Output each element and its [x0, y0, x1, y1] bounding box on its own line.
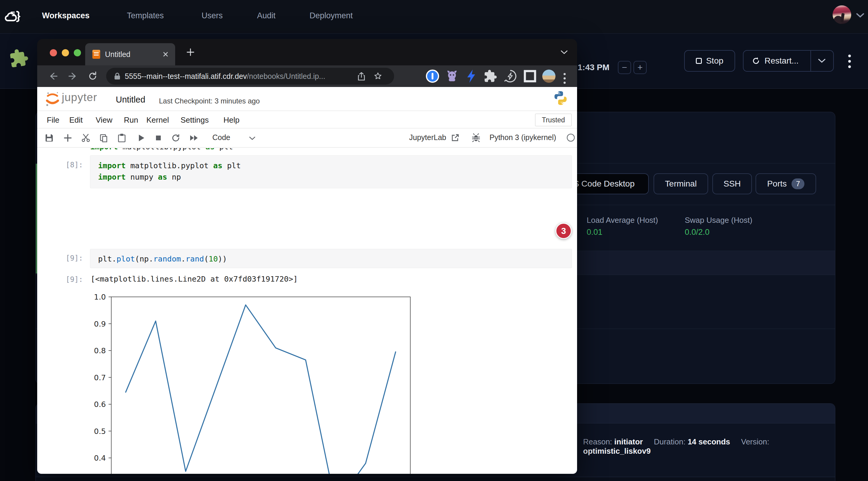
top-navbar: Workspaces Templates Users Audit Deploym… — [0, 0, 868, 34]
terminal-label: Terminal — [665, 179, 697, 189]
restart-menu-chevron-icon[interactable] — [818, 58, 826, 63]
jupyter-menubar: File Edit View Run Kernel Settings Help … — [37, 111, 577, 128]
url-bar[interactable]: 5555--main--test--matifali.atif.cdr.dev/… — [106, 68, 394, 85]
add-cell-icon[interactable] — [63, 133, 72, 143]
interrupt-kernel-icon[interactable] — [154, 133, 163, 143]
url-host: 5555--main--test--matifali.atif.cdr.dev — [125, 72, 247, 81]
tab-search-chevron-icon[interactable] — [560, 50, 568, 55]
browser-toolbar: 5555--main--test--matifali.atif.cdr.dev/… — [37, 65, 577, 87]
extension-github-icon[interactable] — [445, 69, 459, 83]
browser-tab[interactable]: Untitled — [85, 43, 175, 65]
nav-item-templates[interactable]: Templates — [127, 11, 164, 21]
browser-content: jupyter Untitled Last Checkpoint: 3 minu… — [37, 87, 577, 474]
external-link-icon[interactable] — [451, 133, 460, 142]
reason-value: initiator — [614, 437, 643, 446]
new-tab-button[interactable] — [186, 48, 195, 57]
ports-count-badge: 7 — [792, 179, 804, 189]
copy-icon[interactable] — [99, 133, 108, 143]
svg-text:0.5: 0.5 — [94, 427, 106, 436]
restart-kernel-icon[interactable] — [171, 133, 181, 143]
notebook-title[interactable]: Untitled — [116, 95, 145, 105]
workspace-kebab-menu[interactable] — [848, 55, 851, 71]
jupyterlab-link[interactable]: JupyterLab — [409, 133, 446, 142]
restart-icon — [752, 57, 760, 65]
menu-help[interactable]: Help — [223, 116, 239, 125]
cut-icon[interactable] — [81, 133, 91, 143]
back-button[interactable] — [48, 71, 58, 81]
kernel-name[interactable]: Python 3 (ipykernel) — [490, 133, 556, 142]
notification-badge[interactable]: 3 — [555, 223, 572, 239]
swap-usage-value: 0.0/2.0 — [685, 228, 710, 237]
puzzle-icon — [7, 45, 30, 71]
ssh-button[interactable]: SSH — [712, 173, 752, 194]
browser-tabstrip: Untitled — [37, 39, 577, 65]
restart-button[interactable]: Restart... — [743, 50, 834, 72]
swap-usage-label: Swap Usage (Host) — [685, 216, 752, 225]
cell9-prompt: [9]: — [66, 254, 83, 262]
browser-kebab-menu[interactable] — [564, 73, 566, 86]
coder-logo-icon[interactable] — [4, 9, 21, 24]
restart-run-all-icon[interactable] — [189, 133, 198, 143]
output9-prompt: [9]: — [66, 275, 83, 284]
nav-item-audit[interactable]: Audit — [257, 11, 276, 21]
trusted-button[interactable]: Trusted — [535, 114, 572, 126]
cell8-editor[interactable]: import matplotlib.pyplot as plt import n… — [90, 155, 572, 188]
stop-button[interactable]: Stop — [684, 50, 735, 72]
extensions-puzzle-icon[interactable] — [484, 69, 497, 83]
window-minimize-button[interactable] — [62, 49, 69, 56]
debugger-bug-icon[interactable] — [471, 133, 480, 142]
menu-file[interactable]: File — [47, 116, 59, 125]
extension-sidepanel-icon[interactable] — [524, 70, 536, 83]
tab-title: Untitled — [105, 50, 130, 59]
reload-button[interactable] — [88, 71, 98, 81]
menu-view[interactable]: View — [96, 116, 113, 125]
cell-type-dropdown[interactable]: Code — [212, 133, 230, 142]
restart-split-divider — [810, 51, 811, 71]
extension-speed-icon[interactable] — [503, 69, 517, 83]
history-row-next — [36, 477, 835, 481]
nav-item-users[interactable]: Users — [202, 11, 223, 21]
nav-item-workspaces[interactable]: Workspaces — [42, 11, 90, 21]
url-path: /notebooks/Untitled.ip... — [247, 72, 325, 81]
svg-text:0.7: 0.7 — [94, 373, 106, 382]
zoom-in-button[interactable]: + — [633, 61, 647, 74]
bookmark-star-icon[interactable] — [374, 72, 382, 81]
vscode-desktop-label: VS Code Desktop — [568, 179, 634, 189]
menu-run[interactable]: Run — [124, 116, 138, 125]
forward-button[interactable] — [68, 71, 78, 81]
share-icon[interactable] — [358, 72, 365, 81]
extension-1password-icon[interactable] — [426, 69, 439, 83]
python-logo-icon — [554, 91, 567, 105]
browser-profile-avatar[interactable] — [542, 70, 555, 83]
svg-text:1.0: 1.0 — [94, 293, 106, 301]
nav-item-deployment[interactable]: Deployment — [310, 11, 353, 21]
user-menu-chevron-icon[interactable] — [856, 12, 864, 18]
window-maximize-button[interactable] — [74, 49, 81, 56]
cell-type-chevron-icon[interactable] — [249, 136, 255, 140]
clock-time: 1:43 PM — [578, 63, 610, 72]
zoom-out-button[interactable]: − — [618, 61, 631, 74]
save-icon[interactable] — [44, 133, 54, 143]
user-avatar[interactable] — [833, 5, 851, 24]
clipped-cell-line: import matplotlib.pyplot as plt — [90, 148, 480, 152]
url-text[interactable]: 5555--main--test--matifali.atif.cdr.dev/… — [125, 72, 325, 81]
tab-close-icon[interactable] — [162, 51, 168, 57]
menu-kernel[interactable]: Kernel — [146, 116, 169, 125]
window-close-button[interactable] — [50, 49, 57, 56]
kernel-status-icon — [566, 133, 575, 142]
notebook-scroll-area[interactable]: import matplotlib.pyplot as plt [8]: imp… — [37, 148, 577, 474]
restart-button-label: Restart... — [765, 56, 799, 66]
cell9-editor[interactable]: plt.plot(np.random.rand(10)) — [90, 249, 572, 268]
ports-button[interactable]: Ports 7 — [755, 173, 816, 194]
ports-label: Ports — [767, 179, 787, 189]
jupyter-header: jupyter Untitled Last Checkpoint: 3 minu… — [37, 87, 577, 111]
load-average-value: 0.01 — [587, 228, 602, 237]
stop-icon — [696, 58, 702, 64]
lock-icon[interactable] — [114, 72, 121, 80]
paste-icon[interactable] — [117, 133, 127, 143]
terminal-button[interactable]: Terminal — [654, 173, 708, 194]
menu-edit[interactable]: Edit — [69, 116, 83, 125]
extension-bolt-icon[interactable] — [465, 69, 477, 83]
run-cell-icon[interactable] — [136, 133, 146, 143]
menu-settings[interactable]: Settings — [181, 116, 209, 125]
